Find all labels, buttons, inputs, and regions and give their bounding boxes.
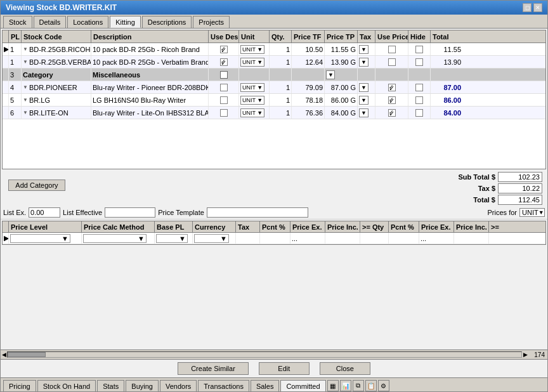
edit-button[interactable]: Edit: [259, 362, 310, 375]
row-usedesc[interactable]: ✓: [209, 56, 239, 68]
close-button[interactable]: ✕: [533, 3, 542, 12]
tab-stock[interactable]: Stock: [3, 16, 32, 28]
table-row: ▶ 1 ▼ BD-R.25GB.RICOH 10 pack BD-R 25Gb …: [3, 43, 545, 56]
title-bar: Viewing Stock BD.WRITER.KIT ◻ ✕: [1, 1, 547, 15]
row-usedesc[interactable]: ✓: [209, 43, 239, 55]
row-tax: ▼: [358, 81, 375, 93]
row-useprice[interactable]: [375, 43, 408, 55]
row-useprice[interactable]: [375, 56, 408, 68]
scroll-left-button[interactable]: ◀: [1, 351, 7, 358]
tab-details[interactable]: Details: [34, 16, 67, 28]
row-useprice[interactable]: ✓: [375, 94, 408, 106]
col-tax-header: Tax: [358, 30, 375, 42]
tab-descriptions[interactable]: Descriptions: [142, 16, 192, 28]
row-pricetp: 13.90 G: [325, 56, 358, 68]
ptc-pcnt2: [389, 233, 419, 244]
row-usedesc[interactable]: [209, 81, 239, 93]
list-ex-input[interactable]: [29, 207, 60, 218]
grid-body: ▶ 1 ▼ BD-R.25GB.RICOH 10 pack BD-R 25Gb …: [3, 43, 545, 169]
row-useprice[interactable]: ✓: [375, 107, 408, 119]
list-effective-input[interactable]: [105, 207, 155, 218]
row-pricetf: 10.50: [292, 43, 325, 55]
prices-for-label: Prices for: [488, 209, 517, 216]
subtotals: Sub Total $ 102.23 Tax $ 10.22 Total $ 1…: [445, 172, 545, 205]
row-hide[interactable]: [408, 107, 431, 119]
row-hide[interactable]: [408, 56, 431, 68]
row-qty: [270, 69, 292, 81]
btab-stats[interactable]: Stats: [97, 380, 124, 391]
add-category-button[interactable]: Add Category: [8, 180, 65, 191]
row-usedesc[interactable]: [209, 107, 239, 119]
row-stockcode: Category: [22, 69, 91, 81]
row-pricetf: 76.36: [292, 107, 325, 119]
tab-bar: Stock Details Locations Kitting Descript…: [1, 15, 547, 29]
page-number: 174: [528, 351, 547, 358]
row-unit: UNIT ▼: [239, 94, 270, 106]
row-qty: 1: [270, 107, 292, 119]
row-pl: 4: [9, 81, 22, 93]
table-row: 3 Category Miscellaneous ▼: [3, 69, 545, 81]
row-total: 84.00: [431, 107, 462, 119]
ptc-price-ex: ...: [290, 233, 325, 244]
row-total: 11.55: [431, 43, 462, 55]
total-row: Total $ 112.45: [445, 195, 542, 205]
row-stockcode: ▼ BR.LG: [22, 94, 91, 106]
col-useprice-header: Use Price: [375, 30, 408, 42]
icon-chart[interactable]: 📊: [340, 380, 351, 391]
col-pricetp-header: Price TP: [325, 30, 358, 42]
btab-buying[interactable]: Buying: [126, 380, 159, 391]
row-usedesc[interactable]: [209, 94, 239, 106]
pth-price-level: Price Level: [9, 221, 82, 232]
row-total: [431, 69, 462, 81]
row-tax: ▼: [358, 107, 375, 119]
row-hide[interactable]: [408, 81, 431, 93]
scroll-track[interactable]: [7, 351, 522, 358]
ptc-gte-qty: [360, 233, 389, 244]
btab-committed[interactable]: Committed: [280, 380, 325, 391]
row-indicator: [3, 69, 9, 81]
row-unit: UNIT ▼: [239, 107, 270, 119]
row-indicator: [3, 107, 9, 119]
col-desc-header: Description: [91, 30, 209, 42]
price-table-row: ▶ ▼ ▼ ▼ ▼ ... ...: [3, 233, 545, 244]
scroll-thumb[interactable]: [8, 352, 46, 357]
icon-copy[interactable]: ⧉: [353, 380, 364, 391]
btab-pricing[interactable]: Pricing: [3, 380, 36, 391]
icon-settings[interactable]: ⚙: [378, 380, 389, 391]
ptc-price-inc: [325, 233, 360, 244]
price-template-input[interactable]: [207, 207, 308, 218]
ptc-pcnt: [260, 233, 290, 244]
row-usedesc[interactable]: [209, 69, 239, 81]
ptc-indicator: ▶: [3, 233, 9, 244]
close-button[interactable]: Close: [320, 362, 370, 375]
row-unit: UNIT ▼: [239, 81, 270, 93]
row-qty: 1: [270, 56, 292, 68]
restore-button[interactable]: ◻: [523, 3, 532, 12]
row-useprice[interactable]: ✓: [375, 81, 408, 93]
pth-gte-qty: >= Qty: [360, 221, 389, 232]
pth-tax: Tax: [236, 221, 260, 232]
tab-locations[interactable]: Locations: [67, 16, 108, 28]
create-similar-button[interactable]: Create Similar: [178, 362, 249, 375]
btab-vendors[interactable]: Vendors: [160, 380, 197, 391]
subtotal-row: Sub Total $ 102.23: [445, 172, 542, 182]
total-value: 112.45: [498, 195, 542, 205]
row-hide[interactable]: [408, 43, 431, 55]
icon-export[interactable]: 📋: [365, 380, 377, 391]
btab-sales[interactable]: Sales: [251, 380, 280, 391]
btab-stockonhand[interactable]: Stock On Hand: [37, 380, 96, 391]
table-row: 5 ▼ BR.LG LG BH16NS40 Blu-Ray Writer UNI…: [3, 94, 545, 107]
btab-transactions[interactable]: Transactions: [198, 380, 249, 391]
scroll-right-button[interactable]: ▶: [522, 351, 528, 358]
row-hide[interactable]: [408, 94, 431, 106]
pth-currency: Currency: [193, 221, 236, 232]
tab-projects[interactable]: Projects: [193, 16, 230, 28]
col-qty-header: Qty.: [270, 30, 292, 42]
table-row: 6 ▼ BR.LITE-ON Blu-ray Writer - Lite-On …: [3, 107, 545, 119]
icon-table[interactable]: ▦: [327, 380, 339, 391]
tab-kitting[interactable]: Kitting: [110, 16, 141, 28]
prices-for-select[interactable]: UNIT ▼: [519, 208, 545, 217]
row-desc: Miscellaneous: [91, 69, 209, 81]
list-row: List Ex. List Effective Price Template P…: [1, 206, 547, 219]
ptc-calc-method: ▼: [82, 233, 155, 244]
